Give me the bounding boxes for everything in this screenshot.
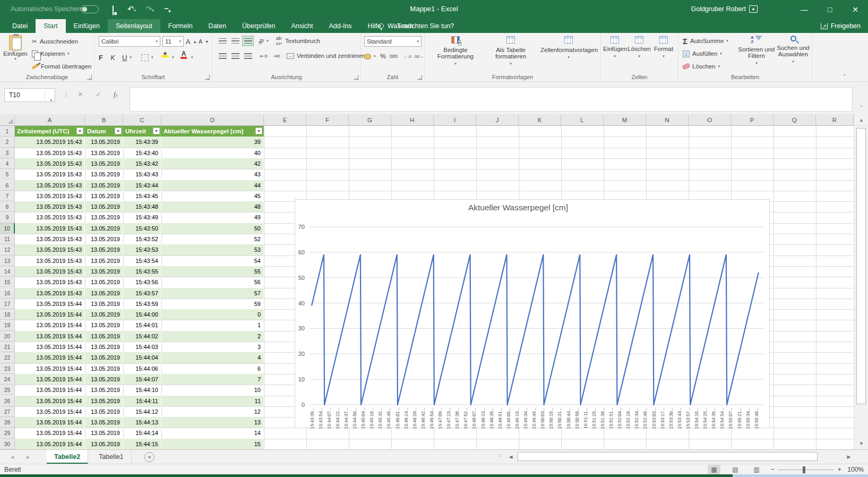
minimize-button[interactable]: — bbox=[792, 0, 817, 19]
cell[interactable]: 40 bbox=[161, 148, 264, 158]
cell[interactable]: 57 bbox=[161, 288, 264, 299]
sheet-grid[interactable]: ABCDEFGHIJKLMNOPQR 123456789101112131415… bbox=[0, 114, 854, 449]
cell[interactable]: 15 bbox=[161, 439, 264, 449]
comma-style-button[interactable]: 000 bbox=[390, 51, 398, 62]
fill-color-drop[interactable]: ▾ bbox=[172, 52, 174, 63]
column-header-J[interactable]: J bbox=[476, 114, 519, 126]
tab-seitenlayout[interactable]: Seitenlayout bbox=[108, 19, 160, 33]
vertical-scroll-thumb[interactable] bbox=[856, 128, 866, 404]
cell[interactable]: 13.05.2019 bbox=[85, 342, 123, 352]
wrap-text-button[interactable]: abc↵Textumbruch bbox=[276, 36, 320, 46]
cell[interactable]: 13.05.2019 bbox=[85, 352, 123, 363]
row-header-18[interactable]: 18 bbox=[0, 309, 15, 320]
user-name[interactable]: Goldgruber Robert bbox=[691, 5, 746, 13]
row-header-7[interactable]: 7 bbox=[0, 191, 15, 201]
increase-font-icon[interactable]: A▲ bbox=[186, 36, 197, 47]
cell[interactable]: 13.05.2019 15:43 bbox=[15, 255, 85, 266]
cell[interactable]: 15:43:59 bbox=[123, 299, 161, 309]
cell[interactable]: 13.05.2019 bbox=[85, 266, 123, 277]
zoom-out-icon[interactable]: − bbox=[770, 465, 775, 473]
cell[interactable]: 13.05.2019 bbox=[85, 169, 123, 180]
row-header-30[interactable]: 30 bbox=[0, 439, 15, 449]
formula-input[interactable] bbox=[130, 87, 853, 112]
cancel-icon[interactable]: ✕ bbox=[78, 90, 83, 98]
cell[interactable]: 59 bbox=[161, 299, 264, 309]
filter-dropdown-icon[interactable]: ▼ bbox=[255, 127, 262, 134]
row-header-27[interactable]: 27 bbox=[0, 406, 15, 417]
cell[interactable]: 15:44:15 bbox=[123, 439, 161, 449]
align-right-icon[interactable] bbox=[242, 50, 254, 61]
insert-cells-button[interactable]: Einfügen▾ bbox=[603, 36, 626, 58]
cell[interactable]: 15:43:53 bbox=[123, 244, 161, 255]
cell[interactable]: 42 bbox=[161, 158, 264, 169]
align-bottom-icon[interactable] bbox=[242, 36, 254, 46]
delete-cells-button[interactable]: Löschen▾ bbox=[628, 36, 651, 58]
scroll-down-icon[interactable]: ▼ bbox=[854, 438, 868, 449]
decrease-font-icon[interactable]: A▼ bbox=[199, 36, 209, 47]
cell[interactable]: 15:43:57 bbox=[123, 288, 161, 299]
zoom-percent[interactable]: 100% bbox=[847, 466, 864, 473]
column-header-P[interactable]: P bbox=[731, 114, 774, 126]
row-header-22[interactable]: 22 bbox=[0, 352, 15, 363]
merge-center-button[interactable]: ↔Verbinden und zentrieren▾ bbox=[287, 50, 369, 61]
column-header-B[interactable]: B bbox=[85, 114, 123, 126]
zoom-slider-track[interactable] bbox=[778, 470, 834, 470]
zoom-slider-handle[interactable] bbox=[803, 466, 805, 473]
row-header-1[interactable]: 1 bbox=[0, 126, 15, 137]
name-box[interactable]: T10▾ bbox=[4, 88, 55, 102]
cell[interactable]: 13.05.2019 15:44 bbox=[15, 428, 85, 438]
cell[interactable]: 13.05.2019 bbox=[85, 363, 123, 374]
cell[interactable]: 13.05.2019 15:44 bbox=[15, 439, 85, 449]
column-header-D[interactable]: D bbox=[161, 114, 264, 126]
tab-start[interactable]: Start bbox=[36, 19, 65, 33]
cell[interactable]: 0 bbox=[161, 309, 264, 320]
cell[interactable]: 11 bbox=[161, 396, 264, 406]
row-header-8[interactable]: 8 bbox=[0, 201, 15, 212]
column-header-I[interactable]: I bbox=[434, 114, 476, 126]
cell[interactable]: 49 bbox=[161, 212, 264, 223]
decrease-indent-icon[interactable]: ⇤≡ bbox=[258, 50, 270, 61]
table-header-cell[interactable]: Datum▼ bbox=[85, 126, 123, 137]
cell[interactable]: 15:43:40 bbox=[123, 148, 161, 158]
format-as-table-button[interactable]: Als Tabelle formatieren▾ bbox=[484, 36, 537, 66]
dialog-launcher-clipboard[interactable] bbox=[87, 75, 92, 80]
cell[interactable]: 43 bbox=[161, 169, 264, 180]
cell[interactable]: 13.05.2019 bbox=[85, 385, 123, 395]
cell[interactable]: 13.05.2019 bbox=[85, 428, 123, 438]
ribbon-display-options-icon[interactable]: ▲ bbox=[749, 5, 758, 13]
cell[interactable]: 13.05.2019 15:43 bbox=[15, 137, 85, 147]
cell[interactable]: 13 bbox=[161, 417, 264, 428]
row-header-25[interactable]: 25 bbox=[0, 385, 15, 395]
cell[interactable]: 15:44:06 bbox=[123, 363, 161, 374]
cell[interactable]: 13.05.2019 15:44 bbox=[15, 352, 85, 363]
cell[interactable]: 15:44:14 bbox=[123, 428, 161, 438]
cell[interactable]: 15:44:03 bbox=[123, 342, 161, 352]
format-painter-button[interactable]: Format übertragen bbox=[32, 61, 91, 72]
tab-daten[interactable]: Daten bbox=[201, 19, 234, 33]
row-header-12[interactable]: 12 bbox=[0, 244, 15, 255]
format-cells-button[interactable]: Format▾ bbox=[652, 36, 675, 58]
cell[interactable]: 13.05.2019 bbox=[85, 234, 123, 244]
paste-button[interactable]: Einfügen▾ bbox=[3, 35, 28, 61]
align-left-icon[interactable] bbox=[217, 50, 228, 61]
enter-icon[interactable]: ✓ bbox=[96, 90, 101, 98]
cell-styles-button[interactable]: Zellenformatvorlagen▾ bbox=[540, 36, 597, 59]
row-header-2[interactable]: 2 bbox=[0, 137, 15, 147]
cell[interactable]: 13.05.2019 15:44 bbox=[15, 342, 85, 352]
tab-datei[interactable]: Datei bbox=[4, 19, 36, 33]
cell[interactable]: 13.05.2019 bbox=[85, 158, 123, 169]
column-header-R[interactable]: R bbox=[816, 114, 854, 126]
cell[interactable]: 45 bbox=[161, 191, 264, 201]
cell[interactable]: 13.05.2019 15:43 bbox=[15, 266, 85, 277]
find-select-button[interactable]: Suchen und Auswählen▾ bbox=[776, 36, 810, 64]
cell[interactable]: 12 bbox=[161, 406, 264, 417]
font-color-drop[interactable]: ▾ bbox=[191, 52, 193, 63]
cell[interactable]: 13.05.2019 bbox=[85, 255, 123, 266]
bold-button[interactable]: F bbox=[99, 52, 103, 63]
cell[interactable]: 15:43:43 bbox=[123, 169, 161, 180]
select-all-corner[interactable] bbox=[0, 114, 15, 126]
tell-me-box[interactable]: Was möchten Sie tun? bbox=[379, 19, 454, 33]
row-header-4[interactable]: 4 bbox=[0, 158, 15, 169]
row-header-20[interactable]: 20 bbox=[0, 331, 15, 342]
cell[interactable]: 13.05.2019 15:44 bbox=[15, 374, 85, 385]
